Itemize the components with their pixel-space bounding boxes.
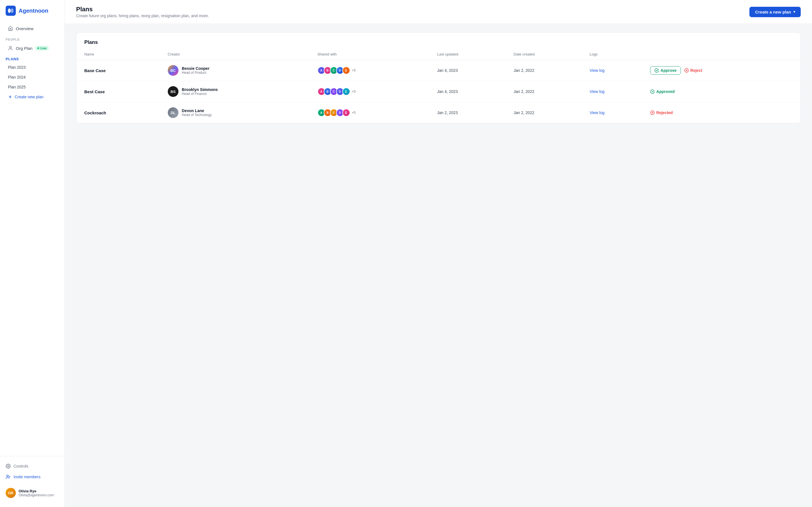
user-email: Olivia@agentnoon.com xyxy=(18,493,54,497)
reject-button-row1[interactable]: Reject xyxy=(684,68,702,73)
date-created: Jan 2, 2022 xyxy=(514,68,534,73)
page-title: Plans xyxy=(76,6,209,13)
sidebar-create-new-plan[interactable]: Create new plan xyxy=(2,92,62,102)
live-dot xyxy=(38,47,39,49)
sidebar-navigation: Overview PEOPLE Org Plan Live PLANS Plan… xyxy=(0,22,64,456)
col-name: Name xyxy=(77,50,163,60)
sidebar-item-invite-members[interactable]: Invite members xyxy=(0,471,64,482)
svg-point-1 xyxy=(8,8,11,13)
creator-info-devon: Devon Lane Head of Technology xyxy=(182,108,212,117)
gear-icon xyxy=(6,464,11,469)
table-row: Best Case BS Brooklyn Simmons Head of Fi… xyxy=(77,81,801,102)
sidebar-item-plan-2023[interactable]: Plan 2023 xyxy=(2,62,62,72)
col-logs: Logs xyxy=(585,50,645,60)
approve-button-row1[interactable]: Approve xyxy=(650,66,681,75)
creator-info-brooklyn: Brooklyn Simmons Head of Finance xyxy=(182,87,218,96)
svg-point-6 xyxy=(8,466,9,467)
live-badge: Live xyxy=(35,46,49,50)
reject-label: Reject xyxy=(691,68,702,73)
view-log-row1[interactable]: View log xyxy=(590,68,605,73)
user-profile: OR Olivia Rye Olivia@agentnoon.com xyxy=(0,485,64,501)
plan-name-base-case: Base Case xyxy=(84,68,106,73)
table-row: Cockroach DL Devon Lane Head of Technolo… xyxy=(77,102,801,123)
shared-avatar: E xyxy=(342,66,350,74)
logo-icon xyxy=(6,6,16,16)
shared-count: +5 xyxy=(352,90,356,94)
overview-label: Overview xyxy=(16,26,34,31)
col-actions xyxy=(646,50,801,60)
check-circle-icon xyxy=(654,68,659,73)
creator-avatar-brooklyn: BS xyxy=(168,86,179,97)
header-text: Plans Create future org plans, hiring pl… xyxy=(76,6,209,18)
svg-point-2 xyxy=(11,8,13,13)
sidebar: Agentnoon Overview PEOPLE Org Plan Live … xyxy=(0,0,65,507)
creator-role: Head of Product xyxy=(182,71,209,75)
plan-name-cockroach: Cockroach xyxy=(84,110,106,115)
view-log-row3[interactable]: View log xyxy=(590,110,605,115)
plan-name-best-case: Best Case xyxy=(84,89,105,94)
col-last-updated: Last updated xyxy=(433,50,509,60)
creator-cell-devon: DL Devon Lane Head of Technology xyxy=(168,107,308,118)
user-icon xyxy=(8,46,13,51)
shared-avatars-row3: A B C D E +5 xyxy=(317,109,428,117)
sidebar-item-overview[interactable]: Overview xyxy=(2,23,62,34)
approved-label-row2: Approved xyxy=(650,89,796,94)
shared-avatar: E xyxy=(342,109,350,117)
rejected-text: Rejected xyxy=(656,110,673,115)
create-new-plan-button[interactable]: Create a new plan ▾ xyxy=(749,7,801,17)
plans-card-title: Plans xyxy=(77,33,801,50)
x-circle-outline-icon xyxy=(650,110,655,115)
shared-count: +5 xyxy=(352,111,356,115)
app-name: Agentnoon xyxy=(18,8,49,14)
creator-name: Bessie Cooper xyxy=(182,66,209,71)
approved-text: Approved xyxy=(656,89,675,94)
user-name: Olivia Rye xyxy=(18,489,54,493)
invite-members-label: Invite members xyxy=(13,474,41,479)
col-date-created: Date created xyxy=(509,50,585,60)
home-icon xyxy=(8,26,13,31)
actions-cell-row1: Approve Reject xyxy=(650,66,796,75)
x-circle-icon xyxy=(684,68,689,73)
creator-avatar-devon: DL xyxy=(168,107,179,118)
sidebar-item-plan-2025[interactable]: Plan 2025 xyxy=(2,82,62,92)
creator-cell-brooklyn: BS Brooklyn Simmons Head of Finance xyxy=(168,86,308,97)
create-btn-label: Create a new plan xyxy=(755,10,791,14)
view-log-row2[interactable]: View log xyxy=(590,89,605,94)
content-area: Plans Name Creator Shared with Last upda… xyxy=(65,24,812,507)
plans-section-label: PLANS xyxy=(0,54,64,62)
plans-card: Plans Name Creator Shared with Last upda… xyxy=(76,33,801,123)
shared-avatar: E xyxy=(342,88,350,96)
shared-count: +5 xyxy=(352,68,356,72)
org-plan-label: Org Plan xyxy=(16,46,33,51)
page-subtitle: Create future org plans, hiring plans, r… xyxy=(76,13,209,18)
sidebar-item-org-plan[interactable]: Org Plan Live xyxy=(2,43,62,54)
creator-role: Head of Finance xyxy=(182,92,218,96)
people-section-label: PEOPLE xyxy=(0,34,64,42)
app-logo: Agentnoon xyxy=(0,6,64,22)
creator-cell-bessie: BC Bessie Cooper Head of Product xyxy=(168,65,308,76)
check-circle-filled-icon xyxy=(650,89,655,94)
create-plan-sidebar-label: Create new plan xyxy=(15,95,43,99)
last-updated: Jan 4, 2023 xyxy=(437,89,458,94)
date-created: Jan 2, 2022 xyxy=(514,110,534,115)
date-created: Jan 2, 2022 xyxy=(514,89,534,94)
plans-table: Name Creator Shared with Last updated Da… xyxy=(77,50,801,123)
user-info: Olivia Rye Olivia@agentnoon.com xyxy=(18,489,54,497)
creator-name: Devon Lane xyxy=(182,108,212,113)
col-creator: Creator xyxy=(163,50,313,60)
creator-info-bessie: Bessie Cooper Head of Product xyxy=(182,66,209,75)
shared-avatars-row1: A B C D E +5 xyxy=(317,66,428,74)
plus-icon xyxy=(8,95,12,99)
creator-name: Brooklyn Simmons xyxy=(182,87,218,92)
last-updated: Jan 4, 2023 xyxy=(437,68,458,73)
col-shared: Shared with xyxy=(313,50,433,60)
sidebar-item-plan-2024[interactable]: Plan 2024 xyxy=(2,72,62,82)
sidebar-item-controls[interactable]: Controls xyxy=(0,461,64,471)
approve-label: Approve xyxy=(661,68,677,73)
invite-icon xyxy=(6,474,11,480)
svg-point-3 xyxy=(10,46,11,48)
creator-avatar-bessie: BC xyxy=(168,65,179,76)
chevron-down-icon: ▾ xyxy=(794,10,795,14)
shared-avatars-row2: A B C D E +5 xyxy=(317,88,428,96)
table-row: Base Case BC Bessie Cooper Head of Produ… xyxy=(77,60,801,81)
